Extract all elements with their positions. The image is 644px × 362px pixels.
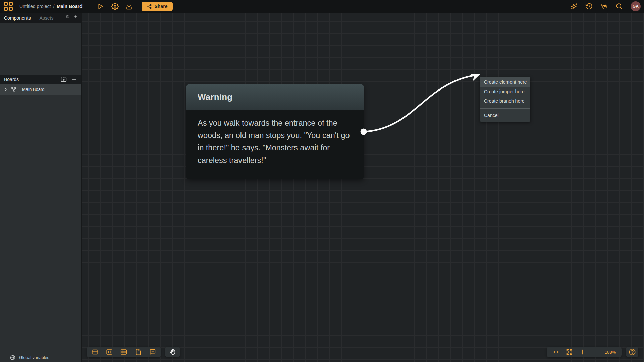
add-component-folder-button[interactable] <box>66 15 69 21</box>
note-icon <box>135 348 142 356</box>
zoom-level-value[interactable]: 188% <box>605 350 616 355</box>
menu-item-cancel[interactable]: Cancel <box>480 111 530 120</box>
breadcrumb-project[interactable]: Untitled project <box>19 4 51 9</box>
fit-width-button[interactable] <box>552 348 560 356</box>
create-note-tool[interactable] <box>135 348 142 356</box>
menu-item-create-branch[interactable]: Create branch here <box>480 96 530 106</box>
hand-icon <box>169 348 176 356</box>
create-element-tool[interactable] <box>91 348 99 356</box>
left-sidebar: Components Assets Boards <box>0 13 82 362</box>
jumper-icon <box>106 348 113 356</box>
breadcrumb-board[interactable]: Main Board <box>57 4 82 9</box>
download-icon <box>125 3 133 10</box>
zoom-in-icon <box>579 348 586 356</box>
plus-icon <box>71 76 77 82</box>
create-jumper-tool[interactable] <box>106 348 113 356</box>
share-icon <box>147 4 152 9</box>
sidebar-item-main-board[interactable]: Main Board <box>0 84 81 95</box>
play-icon <box>97 3 104 10</box>
help-button[interactable] <box>626 347 638 357</box>
settings-button[interactable] <box>111 3 119 10</box>
folder-plus-icon <box>66 15 69 18</box>
zoom-in-button[interactable] <box>579 348 586 356</box>
play-button[interactable] <box>97 3 104 10</box>
create-branch-tool[interactable] <box>120 348 127 356</box>
breadcrumb: Untitled project / Main Board <box>19 4 83 9</box>
menu-divider <box>480 108 530 109</box>
element-card-warning[interactable]: Warning As you walk towards the entrance… <box>186 84 364 179</box>
connection-context-menu: Create element here Create jumper here C… <box>480 77 530 122</box>
element-card-header: Warning <box>186 84 364 110</box>
board-canvas[interactable] <box>82 13 644 362</box>
app-window: Untitled project / Main Board Share <box>0 0 644 362</box>
share-button[interactable]: Share <box>142 2 173 11</box>
global-variables-button[interactable]: Global variables <box>0 353 81 362</box>
element-body-text: As you walk towards the entrance of the … <box>186 110 364 179</box>
fit-width-icon <box>552 348 560 356</box>
comment-icon <box>149 348 156 356</box>
element-title: Warning <box>198 92 232 102</box>
element-icon <box>91 348 99 356</box>
pan-tool-button[interactable] <box>165 347 180 357</box>
boards-panel-header: Boards <box>0 75 81 84</box>
tab-assets[interactable]: Assets <box>39 15 53 21</box>
share-button-label: Share <box>155 4 168 9</box>
create-comment-tool[interactable] <box>149 348 156 356</box>
breadcrumb-separator: / <box>53 4 54 9</box>
tab-components[interactable]: Components <box>4 15 31 21</box>
ai-sparkle-icon[interactable] <box>570 3 578 10</box>
chevron-right-icon[interactable] <box>3 87 8 92</box>
avatar[interactable]: GA <box>631 1 641 11</box>
zoom-out-icon <box>592 348 599 356</box>
boards-header-title: Boards <box>4 77 19 82</box>
topbar-right-group: GA <box>570 0 641 13</box>
add-component-button[interactable] <box>74 15 77 21</box>
chat-icon[interactable] <box>600 3 608 10</box>
board-fork-icon <box>11 86 17 93</box>
globe-icon <box>10 355 15 360</box>
top-bar: Untitled project / Main Board Share <box>0 0 644 13</box>
zoom-out-button[interactable] <box>592 348 599 356</box>
boards-list-area[interactable] <box>0 95 81 353</box>
help-icon <box>629 348 636 356</box>
history-icon[interactable] <box>585 3 593 10</box>
folder-plus-icon <box>61 76 67 82</box>
export-button[interactable] <box>125 3 133 10</box>
components-panel-header: Components Assets <box>0 13 81 23</box>
app-logo-grid-icon[interactable] <box>4 2 13 11</box>
zoom-controls-dock: 188% <box>547 347 622 357</box>
fit-view-button[interactable] <box>566 348 573 356</box>
gear-icon <box>111 3 119 10</box>
search-icon[interactable] <box>615 3 623 10</box>
components-list-area[interactable] <box>0 23 81 75</box>
create-tools-dock <box>87 347 161 357</box>
menu-item-create-element[interactable]: Create element here <box>480 77 530 87</box>
global-variables-label: Global variables <box>19 355 49 360</box>
branch-table-icon <box>120 348 127 356</box>
expand-icon <box>566 348 573 356</box>
add-board-folder-button[interactable] <box>61 76 67 82</box>
board-item-label: Main Board <box>22 87 44 92</box>
menu-item-create-jumper[interactable]: Create jumper here <box>480 87 530 96</box>
plus-icon <box>74 15 77 18</box>
add-board-button[interactable] <box>71 76 77 82</box>
